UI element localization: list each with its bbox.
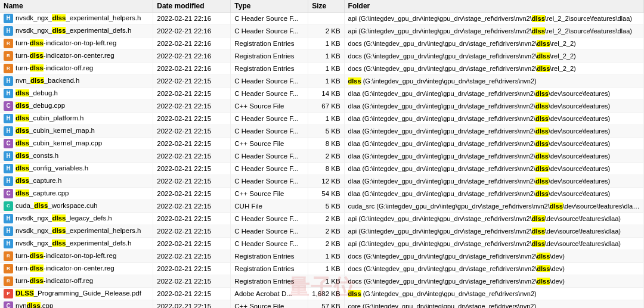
file-folder-cell: docs (G:\integdev_gpu_drv\integ\gpu_drv\… [344, 63, 643, 75]
table-row[interactable]: Rturn-dlss-indicator-on-center.reg2022-0… [0, 50, 644, 63]
file-type-icon: H [4, 76, 13, 86]
file-date-cell: 2022-02-21 22:15 [153, 300, 231, 309]
table-row[interactable]: Hdlss_config_variables.h2022-02-21 22:15… [0, 163, 644, 175]
file-type-icon: C [4, 101, 13, 111]
folder-path: api (G:\integdev_gpu_drv\integ\gpu_drv\s… [348, 15, 632, 22]
file-name-cell: Hnvsdk_ngx_dlss_experimental_helpers.h [0, 13, 153, 25]
file-type-icon: C [4, 189, 13, 198]
folder-path: docs (G:\integdev_gpu_drv\integ\gpu_drv\… [348, 65, 576, 72]
table-row[interactable]: Hnvsdk_ngx_dlss_legacy_defs.h2022-02-21 … [0, 213, 644, 225]
col-header-size[interactable]: Size [308, 0, 344, 13]
table-row[interactable]: Hnvsdk_ngx_dlss_experimental_defs.h2022-… [0, 238, 644, 250]
file-size-cell: 1,682 KB [308, 288, 344, 300]
table-row[interactable]: Ccuda_dlss_workspace.cuh2022-02-21 22:15… [0, 200, 644, 213]
file-date-cell: 2022-02-21 22:16 [153, 50, 231, 63]
file-date-cell: 2022-02-21 22:15 [153, 250, 231, 263]
file-date-cell: 2022-02-21 22:16 [153, 63, 231, 75]
file-type-icon: H [4, 214, 13, 223]
table-row[interactable]: Cdlss_cubin_kernel_map.cpp2022-02-21 22:… [0, 138, 644, 150]
table-row[interactable]: Hdlss_capture.h2022-02-21 22:15C Header … [0, 175, 644, 188]
table-row[interactable]: Hnvn_dlss_backend.h2022-02-21 22:15C Hea… [0, 75, 644, 88]
file-type-icon: H [4, 89, 13, 98]
table-row[interactable]: Rturn-dlss-indicator-off.reg2022-02-21 2… [0, 275, 644, 288]
table-row[interactable]: Rturn-dlss-indicator-off.reg2022-02-21 2… [0, 63, 644, 75]
table-row[interactable]: Rturn-dlss-indicator-on-top-left.reg2022… [0, 250, 644, 263]
col-header-name[interactable]: Name [0, 0, 153, 13]
file-size-cell: 1 KB [308, 38, 344, 50]
file-type-icon: R [4, 39, 13, 48]
file-name-cell: PDLSS_Programming_Guide_Release.pdf [0, 288, 153, 300]
file-date-cell: 2022-02-21 22:15 [153, 200, 231, 213]
file-folder-cell: dlaa (G:\integdev_gpu_drv\integ\gpu_drv\… [344, 125, 643, 138]
file-type-cell: Registration Entries [231, 50, 308, 63]
file-date-cell: 2022-02-21 22:15 [153, 238, 231, 250]
file-size-cell: 12 KB [308, 175, 344, 188]
file-name-cell: Cdlss_debug.cpp [0, 100, 153, 113]
file-folder-cell: dlaa (G:\integdev_gpu_drv\integ\gpu_drv\… [344, 188, 643, 200]
file-name-cell: Rturn-dlss-indicator-on-top-left.reg [0, 250, 153, 263]
table-row[interactable]: Hdlss_cubin_kernel_map.h2022-02-21 22:15… [0, 125, 644, 138]
file-folder-cell: core (G:\integdev_gpu_drv\integ\gpu_drv\… [344, 300, 643, 309]
file-folder-cell: docs (G:\integdev_gpu_drv\integ\gpu_drv\… [344, 38, 643, 50]
file-name-cell: Cdlss_cubin_kernel_map.cpp [0, 138, 153, 150]
file-size-cell: 2 KB [308, 238, 344, 250]
file-date-cell: 2022-02-21 22:15 [153, 100, 231, 113]
file-type-cell: C Header Source F... [231, 125, 308, 138]
file-size-cell: 1 KB [308, 50, 344, 63]
file-folder-cell: api (G:\integdev_gpu_drv\integ\gpu_drv\s… [344, 13, 643, 25]
folder-path: docs (G:\integdev_gpu_drv\integ\gpu_drv\… [348, 52, 576, 60]
file-type-icon: H [4, 151, 13, 161]
file-size-cell: 2 KB [308, 150, 344, 163]
table-row[interactable]: Hdlss_cubin_platform.h2022-02-21 22:15C … [0, 113, 644, 125]
file-type-icon: H [4, 126, 13, 136]
file-type-cell: C Header Source F... [231, 150, 308, 163]
folder-path: core (G:\integdev_gpu_drv\integ\gpu_drv\… [348, 303, 537, 308]
file-type-cell: C Header Source F... [231, 88, 308, 100]
col-header-type[interactable]: Type [231, 0, 308, 13]
file-date-cell: 2022-02-21 22:15 [153, 288, 231, 300]
file-type-cell: C Header Source F... [231, 163, 308, 175]
file-type-cell: C++ Source File [231, 300, 308, 309]
table-row[interactable]: Hdlss_consts.h2022-02-21 22:15C Header S… [0, 150, 644, 163]
folder-path: api (G:\integdev_gpu_drv\integ\gpu_drv\s… [348, 240, 621, 247]
file-type-cell: C Header Source F... [231, 238, 308, 250]
file-date-cell: 2022-02-21 22:16 [153, 25, 231, 38]
file-date-cell: 2022-02-21 22:15 [153, 213, 231, 225]
file-type-icon: C [4, 139, 13, 148]
table-row[interactable]: Hdlss_debug.h2022-02-21 22:15C Header So… [0, 88, 644, 100]
file-name-cell: Rturn-dlss-indicator-off.reg [0, 275, 153, 288]
file-list-container[interactable]: Name Date modified Type Size Folder Hnvs… [0, 0, 644, 308]
file-name-cell: Rturn-dlss-indicator-on-top-left.reg [0, 38, 153, 50]
file-size-cell: 2 KB [308, 213, 344, 225]
file-name-cell: Hdlss_config_variables.h [0, 163, 153, 175]
table-row[interactable]: PDLSS_Programming_Guide_Release.pdf2022-… [0, 288, 644, 300]
file-type-cell: C++ Source File [231, 100, 308, 113]
file-name-cell: Ccuda_dlss_workspace.cuh [0, 200, 153, 213]
table-row[interactable]: Cdlss_capture.cpp2022-02-21 22:15C++ Sou… [0, 188, 644, 200]
table-row[interactable]: Rturn-dlss-indicator-on-center.reg2022-0… [0, 263, 644, 275]
file-type-icon: H [4, 114, 13, 123]
table-row[interactable]: Hnvsdk_ngx_dlss_experimental_defs.h2022-… [0, 25, 644, 38]
file-type-cell: C Header Source F... [231, 25, 308, 38]
table-row[interactable]: Cdlss_debug.cpp2022-02-21 22:15C++ Sourc… [0, 100, 644, 113]
file-date-cell: 2022-02-21 22:15 [153, 163, 231, 175]
col-header-date[interactable]: Date modified [153, 0, 231, 13]
file-date-cell: 2022-02-21 22:15 [153, 88, 231, 100]
folder-path: dlaa (G:\integdev_gpu_drv\integ\gpu_drv\… [348, 190, 611, 197]
col-header-folder[interactable]: Folder [344, 0, 643, 13]
file-size-cell: 8 KB [308, 138, 344, 150]
file-name-cell: Rturn-dlss-indicator-off.reg [0, 63, 153, 75]
folder-path: dlaa (G:\integdev_gpu_drv\integ\gpu_drv\… [348, 102, 611, 110]
file-size-cell: 14 KB [308, 88, 344, 100]
table-row[interactable]: Cnvndlss.cpp2022-02-21 22:15C++ Source F… [0, 300, 644, 309]
file-date-cell: 2022-02-21 22:15 [153, 275, 231, 288]
file-type-icon: H [4, 26, 13, 36]
table-row[interactable]: Hnvsdk_ngx_dlss_experimental_helpers.h20… [0, 225, 644, 238]
table-row[interactable]: Rturn-dlss-indicator-on-top-left.reg2022… [0, 38, 644, 50]
folder-path: dlaa (G:\integdev_gpu_drv\integ\gpu_drv\… [348, 140, 611, 147]
table-row[interactable]: Hnvsdk_ngx_dlss_experimental_helpers.h20… [0, 13, 644, 25]
file-date-cell: 2022-02-21 22:16 [153, 38, 231, 50]
file-size-cell: 1 KB [308, 263, 344, 275]
file-type-cell: C Header Source F... [231, 175, 308, 188]
file-name-cell: Hnvsdk_ngx_dlss_experimental_defs.h [0, 238, 153, 250]
